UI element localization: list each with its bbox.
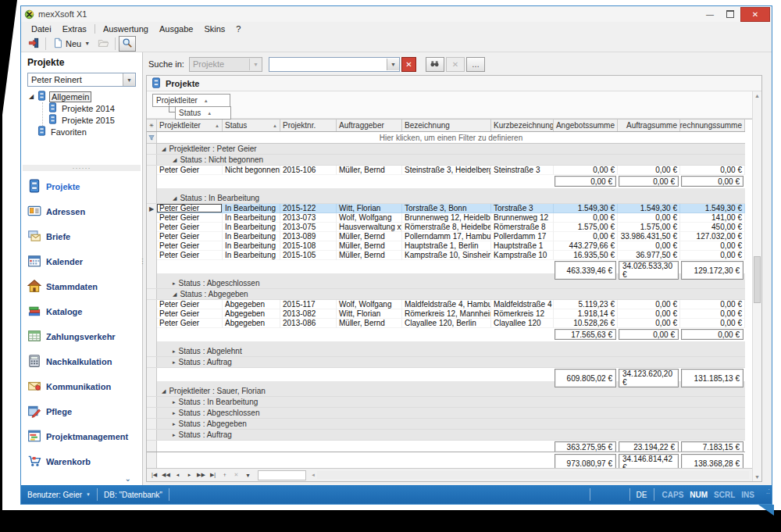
find-button[interactable] <box>426 57 444 72</box>
column-header-bezeichnung[interactable]: Bezeichnung <box>402 120 491 131</box>
grid-cell[interactable]: Römerkreis 12, Mannheim <box>402 309 491 319</box>
sidebar-scroll-down[interactable]: ⌄ <box>21 474 142 484</box>
expanded-icon[interactable]: ◢ <box>173 291 177 298</box>
grid-group-row[interactable]: ◢Status : In Bearbeitung <box>147 193 745 204</box>
grid-cell[interactable]: Nicht begonnen <box>223 166 280 175</box>
maximize-button[interactable] <box>720 8 740 21</box>
collapsed-icon[interactable]: ▸ <box>173 432 176 438</box>
grid-cell[interactable]: 0,00 € <box>618 309 680 319</box>
grid-data-row[interactable]: Peter GeierAbgegeben2013-082Witt, Floria… <box>147 309 745 319</box>
statusbar-language[interactable]: DE <box>630 488 654 501</box>
grid-cell[interactable]: 0,00 € <box>554 213 618 223</box>
grid-cell[interactable]: 2015-105 <box>280 251 337 260</box>
grid-cell[interactable]: Peter Geier <box>157 204 223 213</box>
horizontal-scrollbar[interactable]: ◂ <box>309 470 749 480</box>
pager-append-button[interactable]: ＋ <box>219 470 230 480</box>
tree-item[interactable]: Projekte 2015 <box>43 114 139 126</box>
menu-item-?[interactable]: ? <box>230 23 246 34</box>
menu-item-datei[interactable]: Datei <box>26 23 57 34</box>
grid-cell[interactable]: Torstraße 3, Bonn <box>402 204 491 213</box>
grid-group-row[interactable]: ◢Status : Abgegeben <box>147 289 745 300</box>
grid-cell[interactable]: Abgegeben <box>223 309 280 319</box>
grid-data-row[interactable]: Peter GeierNicht begonnen2015-106Müller,… <box>147 166 745 175</box>
grid-cell[interactable]: 2013-082 <box>280 309 337 319</box>
grid-group-row[interactable]: ▸Status : In Bearbeitung <box>147 397 745 408</box>
grid-cell[interactable]: 450,00 € <box>680 223 745 232</box>
grid-cell[interactable]: 2013-089 <box>280 232 337 241</box>
pager-filter-button[interactable]: ▼ <box>243 470 253 480</box>
grid-cell[interactable]: 0,00 € <box>680 241 745 251</box>
new-button[interactable]: Neu ▼ <box>49 36 93 52</box>
grid-cell[interactable]: Brunnenweg 12, Heidelberg <box>402 213 491 223</box>
menu-item-extras[interactable]: Extras <box>57 23 92 34</box>
grid-cell[interactable]: 141,00 € <box>680 213 745 223</box>
sidebar-item-nachkalkulation[interactable]: Nachkalkulation <box>21 349 142 374</box>
grid-cell[interactable]: 0,00 € <box>554 232 618 241</box>
menu-item-auswertung[interactable]: Auswertung <box>98 23 154 34</box>
grid-cell[interactable]: Müller, Bernd <box>337 241 402 251</box>
grid-cell[interactable]: Römerstraße 8, Heidelberg <box>402 223 491 232</box>
grid-cell[interactable]: 2015-117 <box>280 300 337 309</box>
grid-filter-row[interactable]: Hier klicken, um einen Filter zu definie… <box>147 132 745 144</box>
grid-cell[interactable]: 2013-086 <box>280 319 337 328</box>
grid-data-row[interactable]: Peter GeierAbgegeben2015-117Wolf, Wolfga… <box>147 300 745 309</box>
grid-cell[interactable]: Müller, Bernd <box>337 319 402 328</box>
scroll-left-icon[interactable]: ◂ <box>309 472 317 478</box>
grid-cell[interactable]: 0,00 € <box>680 319 745 328</box>
column-header-status[interactable]: Status▲ <box>223 120 280 131</box>
grid-cell[interactable]: 0,00 € <box>680 300 745 309</box>
grid-cell[interactable]: 1.549,30 € <box>680 204 745 213</box>
expanded-icon[interactable]: ◢ <box>173 157 177 163</box>
column-header-projektnr[interactable]: Projektnr. <box>280 120 337 131</box>
menu-item-ausgabe[interactable]: Ausgabe <box>154 23 198 34</box>
grid-cell[interactable]: Peter Geier <box>157 232 223 241</box>
grid-cell[interactable]: Peter Geier <box>157 213 223 223</box>
grid-cell[interactable]: 0,00 € <box>618 213 680 223</box>
pager-next-button[interactable]: ▸ <box>184 470 194 480</box>
grid-cell[interactable]: Römerkreis 12 <box>491 309 554 319</box>
grid-cell[interactable]: 1.575,00 € <box>554 223 618 232</box>
column-header-projektleiter[interactable]: Projektleiter▲ <box>157 120 223 131</box>
grid-data-row[interactable]: Peter GeierIn Bearbeitung2013-075Hausver… <box>147 223 745 232</box>
grid-data-row[interactable]: ▶Peter GeierIn Bearbeitung2015-122Witt, … <box>147 204 745 213</box>
search-button[interactable] <box>119 36 136 52</box>
grid-cell[interactable]: 16.935,50 € <box>554 251 618 260</box>
grid-cell[interactable]: Steinstraße 3 <box>491 166 554 175</box>
grid-cell[interactable]: Witt, Florian <box>337 204 402 213</box>
grid-cell[interactable]: Peter Geier <box>157 166 223 175</box>
grid-cell[interactable]: 0,00 € <box>554 166 618 175</box>
grid-cell[interactable]: Peter Geier <box>157 300 223 309</box>
grid-data-row[interactable]: Peter GeierIn Bearbeitung2013-073Wolf, W… <box>147 213 745 223</box>
grid-cell[interactable]: Peter Geier <box>157 309 223 319</box>
grid-cell[interactable]: 127.032,00 € <box>680 232 745 241</box>
statusbar-user[interactable]: Benutzer: Geier ▼ <box>21 488 97 501</box>
tree-item[interactable]: Projekte 2014 <box>43 102 139 114</box>
grid-cell[interactable]: 2015-108 <box>280 241 337 251</box>
more-options-button[interactable]: … <box>466 57 485 72</box>
grid-cell[interactable]: In Bearbeitung <box>223 204 280 213</box>
scrollbar-track[interactable] <box>317 471 749 479</box>
sidebar-item-kataloge[interactable]: Kataloge <box>21 299 142 324</box>
grid-cell[interactable]: 0,00 € <box>618 166 680 175</box>
cancel-search-button[interactable]: ✕ <box>446 57 465 72</box>
grid-cell[interactable]: 1.918,14 € <box>554 309 618 319</box>
grid-cell[interactable]: 0,00 € <box>680 166 745 175</box>
splitter-grip-icon[interactable]: ··· <box>139 252 146 272</box>
grid-cell[interactable]: Müller, Bernd <box>337 166 402 175</box>
grid-cell[interactable]: Hauptstraße 1, Berlin <box>402 241 491 251</box>
grid-cell[interactable]: Peter Geier <box>157 241 223 251</box>
grid-cell[interactable]: 36.977,50 € <box>618 251 680 260</box>
grid-cell[interactable]: In Bearbeitung <box>223 232 280 241</box>
grid-cell[interactable]: 10.528,26 € <box>554 319 618 328</box>
column-header-abrechnungssumme[interactable]: Abrechnungssumme <box>680 120 745 131</box>
grid-group-row[interactable]: ◢Projektleiter : Peter Geier <box>147 144 745 155</box>
grid-cell[interactable]: Römerstraße 8 <box>491 223 554 232</box>
grid-group-row[interactable]: ▸Status : Auftrag <box>147 357 745 368</box>
collapsed-icon[interactable]: ▸ <box>173 421 176 427</box>
grid-cell[interactable]: In Bearbeitung <box>223 213 280 223</box>
grid-cell[interactable]: Müller, Bernd <box>337 232 402 241</box>
sidebar-item-zahlungsverkehr[interactable]: Zahlungsverkehr <box>21 324 142 349</box>
grid-cell[interactable]: 5.119,23 € <box>554 300 618 309</box>
scroll-down-icon[interactable]: ▼ <box>754 473 760 481</box>
grid-group-row[interactable]: ▸Status : Auftrag <box>147 430 745 441</box>
